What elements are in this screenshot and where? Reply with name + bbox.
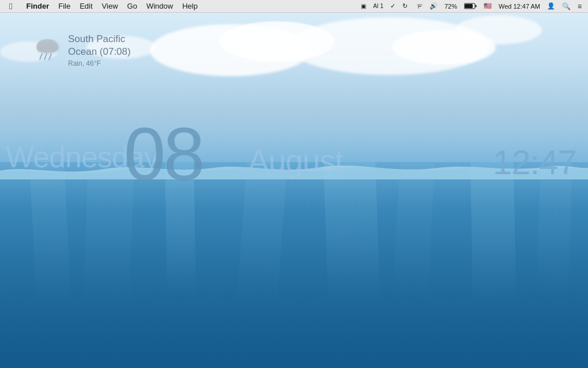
battery-percent: 72% [443,3,459,10]
help-menu[interactable]: Help [178,1,202,12]
weather-location-line1: South Pacific [68,33,131,46]
screenshot-icon: ▣ [359,3,368,9]
weather-widget[interactable]: South Pacific Ocean (07:08) Rain, 46°F [32,33,131,69]
weather-details: Rain, 46°F [68,59,131,69]
menubar-right: ▣ AI 1 ✓ ↻ 🔊 72% 🇺🇸 Wed 12:47 AM 👤 🔍 ≡ [359,2,583,10]
search-icon[interactable]: 🔍 [560,2,572,10]
weather-icon [32,34,63,60]
view-menu[interactable]: View [97,1,123,12]
notification-icon[interactable]: ≡ [576,2,583,10]
volume-icon[interactable]: 🔊 [428,2,439,10]
window-menu[interactable]: Window [142,1,178,12]
svg-point-6 [37,45,58,53]
time-label: 12:47 [493,142,576,182]
dropbox-icon[interactable]: ✓ [389,2,397,10]
menubar:  Finder File Edit View Go Window Help ▣… [0,0,588,13]
flag-icon: 🇺🇸 [482,2,493,10]
battery-icon [462,3,478,9]
edit-menu[interactable]: Edit [75,1,97,12]
ai1-status: AI 1 [371,3,385,9]
weather-text: South Pacific Ocean (07:08) Rain, 46°F [68,33,131,69]
svg-line-8 [44,54,47,59]
svg-line-7 [40,54,42,59]
weather-location-line2: Ocean (07:08) [68,46,131,58]
go-menu[interactable]: Go [123,1,142,12]
file-menu[interactable]: File [54,1,75,12]
sync-icon[interactable]: ↻ [401,2,409,10]
date-number: 08 [124,111,203,197]
menubar-left:  Finder File Edit View Go Window Help [5,1,359,12]
user-icon[interactable]: 👤 [545,2,557,10]
apple-menu[interactable]:  [5,0,17,12]
app-name-menu[interactable]: Finder [21,1,54,12]
clock-datetime: Wed 12:47 AM [497,3,542,10]
svg-rect-1 [476,5,477,7]
month-label: August [248,142,343,179]
svg-rect-2 [465,4,473,8]
wifi-icon[interactable] [413,3,424,9]
desktop-background: Wednesday 08 August 12:47 South Pacifi [0,13,588,368]
svg-line-9 [49,54,51,59]
